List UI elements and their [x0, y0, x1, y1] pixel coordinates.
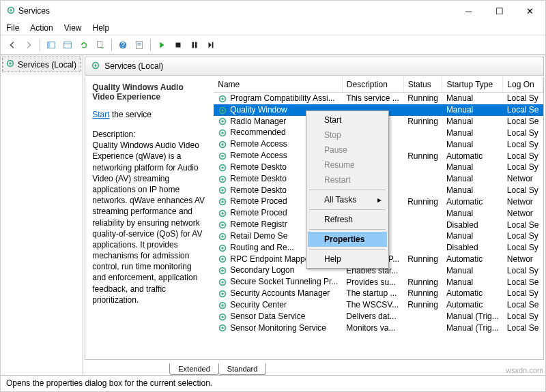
menu-help[interactable]: Help: [93, 23, 110, 33]
ctx-start[interactable]: Start: [308, 112, 387, 127]
col-description[interactable]: Description: [342, 77, 403, 93]
help-button[interactable]: ?: [115, 37, 130, 52]
show-hide-button[interactable]: [44, 37, 59, 52]
svg-point-45: [222, 235, 225, 238]
gear-icon: [218, 243, 227, 253]
col-logon[interactable]: Log On: [503, 77, 543, 93]
chevron-right-icon: ▸: [377, 195, 382, 205]
ctx-help[interactable]: Help: [308, 252, 387, 267]
gear-icon: [218, 209, 227, 218]
gear-icon: [218, 140, 227, 149]
start-service-button[interactable]: [154, 37, 169, 52]
ctx-resume[interactable]: Resume: [308, 157, 387, 172]
details-button[interactable]: [60, 37, 75, 52]
ctx-stop[interactable]: Stop: [308, 127, 387, 142]
svg-point-21: [222, 97, 225, 100]
svg-point-17: [9, 62, 12, 65]
menu-view[interactable]: View: [64, 23, 82, 33]
svg-rect-4: [64, 42, 72, 48]
table-row[interactable]: Secure Socket Tunneling Pr...Provides su…: [214, 276, 543, 288]
start-service-link[interactable]: Start: [92, 110, 109, 119]
table-row[interactable]: Security CenterThe WSCSV...RunningAutoma…: [214, 299, 543, 311]
svg-point-47: [222, 247, 225, 250]
gear-icon: [218, 197, 227, 207]
ctx-refresh[interactable]: Refresh: [308, 212, 387, 227]
ctx-all-tasks[interactable]: All Tasks▸: [308, 192, 387, 207]
svg-point-51: [222, 270, 225, 273]
svg-rect-3: [48, 42, 51, 48]
gear-icon: [218, 175, 227, 184]
properties-button[interactable]: [132, 37, 147, 52]
refresh-button[interactable]: [76, 37, 91, 52]
view-tabs: Extended Standard: [83, 360, 545, 375]
svg-point-39: [222, 201, 225, 204]
app-icon: [6, 5, 16, 17]
col-startup[interactable]: Startup Type: [442, 77, 503, 93]
description-text: Quality Windows Audio Video Experience (…: [92, 140, 207, 305]
svg-point-61: [222, 327, 225, 330]
forward-button[interactable]: [21, 37, 36, 52]
gear-icon: [218, 289, 227, 299]
ctx-pause[interactable]: Pause: [308, 142, 387, 157]
svg-rect-12: [176, 43, 181, 48]
svg-text:?: ?: [121, 41, 125, 49]
gear-icon: [218, 277, 227, 287]
export-button[interactable]: [93, 37, 108, 52]
svg-point-35: [222, 178, 225, 181]
gear-icon: [218, 151, 227, 161]
ctx-properties[interactable]: Properties: [308, 232, 387, 247]
status-bar: Opens the properties dialog box for the …: [1, 375, 545, 390]
close-button[interactable]: ✕: [515, 1, 545, 20]
tree-item-label: Services (Local): [18, 60, 76, 70]
svg-point-43: [222, 224, 225, 226]
gear-icon: [218, 163, 227, 172]
tree-item-services-local[interactable]: Services (Local): [2, 57, 81, 72]
gear-icon: [91, 61, 100, 72]
gear-icon: [218, 220, 227, 230]
gear-icon: [218, 185, 227, 195]
svg-point-37: [222, 190, 225, 192]
menu-file[interactable]: File: [6, 23, 19, 33]
svg-point-23: [222, 109, 225, 112]
table-row[interactable]: Program Compatibility Assi...This servic…: [214, 93, 543, 104]
svg-rect-13: [192, 42, 195, 48]
gear-icon: [218, 301, 227, 310]
svg-point-19: [95, 64, 98, 67]
window-title: Services: [16, 6, 453, 16]
minimize-button[interactable]: ─: [453, 1, 484, 20]
restart-service-button[interactable]: [203, 37, 218, 52]
gear-icon: [218, 266, 227, 275]
gear-icon: [5, 59, 15, 70]
table-row[interactable]: Sensor Monitoring ServiceMonitors va...M…: [214, 322, 543, 334]
gear-icon: [218, 254, 227, 264]
stop-service-button[interactable]: [171, 37, 186, 52]
gear-icon: [218, 312, 227, 322]
svg-point-29: [222, 143, 225, 146]
svg-point-25: [222, 121, 225, 123]
back-button[interactable]: [5, 37, 20, 52]
gear-icon: [218, 117, 227, 126]
tab-standard[interactable]: Standard: [218, 363, 267, 375]
tab-extended[interactable]: Extended: [169, 363, 218, 375]
detail-panel: Quality Windows Audio Video Experience S…: [85, 77, 214, 359]
table-row[interactable]: Sensor Data ServiceDelivers dat...Manual…: [214, 311, 543, 322]
gear-icon: [218, 323, 227, 333]
ctx-restart[interactable]: Restart: [308, 172, 387, 187]
table-row[interactable]: Security Accounts ManagerThe startup ...…: [214, 288, 543, 299]
col-name[interactable]: Name: [214, 77, 342, 93]
svg-point-33: [222, 166, 225, 169]
svg-point-49: [222, 258, 225, 261]
gear-icon: [218, 128, 227, 138]
svg-rect-14: [195, 42, 197, 48]
detail-title: Quality Windows Audio Video Experience: [92, 82, 207, 102]
menubar: File Action View Help: [1, 21, 545, 35]
col-status[interactable]: Status: [403, 77, 442, 93]
tree-pane: Services (Local): [1, 55, 83, 375]
pause-service-button[interactable]: [187, 37, 202, 52]
maximize-button[interactable]: ☐: [484, 1, 515, 20]
svg-point-31: [222, 155, 225, 157]
toolbar: ?: [1, 35, 545, 55]
menu-action[interactable]: Action: [30, 23, 53, 33]
watermark: wsxdn.com: [506, 366, 543, 374]
pane-header-title: Services (Local): [104, 61, 163, 71]
